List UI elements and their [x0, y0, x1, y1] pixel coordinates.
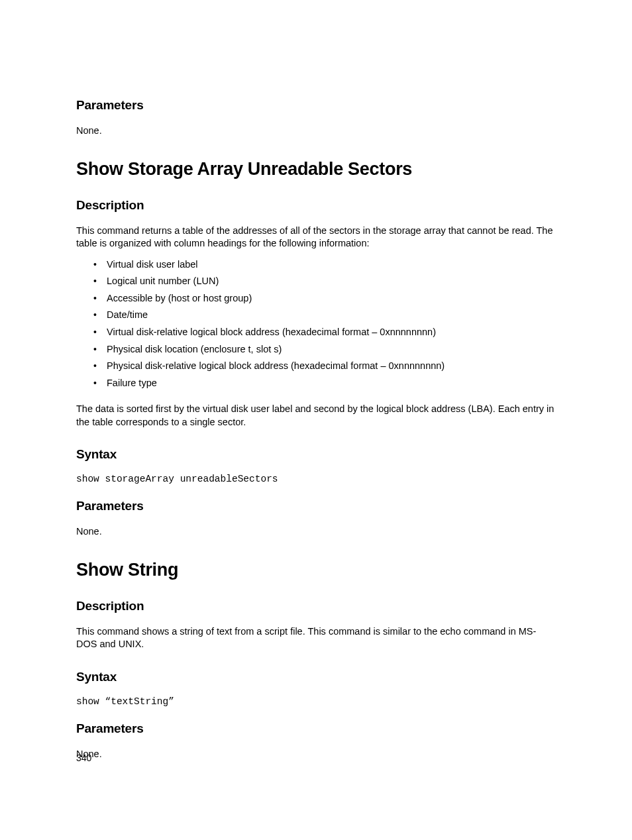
heading-show-string: Show String	[76, 560, 556, 580]
list-item: Physical disk-relative logical block add…	[107, 360, 556, 373]
heading-parameters-1: Parameters	[76, 499, 556, 513]
heading-syntax-1: Syntax	[76, 447, 556, 462]
heading-description-1: Description	[76, 198, 556, 213]
heading-show-storage-array-unreadable-sectors: Show Storage Array Unreadable Sectors	[76, 159, 556, 180]
heading-parameters-0: Parameters	[76, 98, 556, 113]
bullet-list-1: Virtual disk user label Logical unit num…	[76, 258, 556, 390]
text-description-1: This command returns a table of the addr…	[76, 225, 556, 250]
list-item: Logical unit number (LUN)	[107, 275, 556, 288]
text-parameters-0: None.	[76, 125, 556, 138]
code-syntax-1: show storageArray unreadableSectors	[76, 474, 556, 484]
text-parameters-1: None.	[76, 525, 556, 539]
code-syntax-2: show “textString”	[76, 696, 556, 707]
page-number: 340	[76, 753, 91, 763]
list-item: Failure type	[107, 377, 556, 390]
list-item: Physical disk location (enclosure t, slo…	[107, 343, 556, 356]
heading-description-2: Description	[76, 599, 556, 613]
heading-parameters-2: Parameters	[76, 721, 556, 736]
text-parameters-2: None.	[76, 748, 556, 761]
text-description-1b: The data is sorted first by the virtual …	[76, 403, 556, 429]
list-item: Virtual disk user label	[107, 258, 556, 272]
heading-syntax-2: Syntax	[76, 670, 556, 684]
text-description-2: This command shows a string of text from…	[76, 625, 556, 651]
list-item: Virtual disk-relative logical block addr…	[107, 326, 556, 339]
list-item: Accessible by (host or host group)	[107, 292, 556, 305]
list-item: Date/time	[107, 309, 556, 322]
